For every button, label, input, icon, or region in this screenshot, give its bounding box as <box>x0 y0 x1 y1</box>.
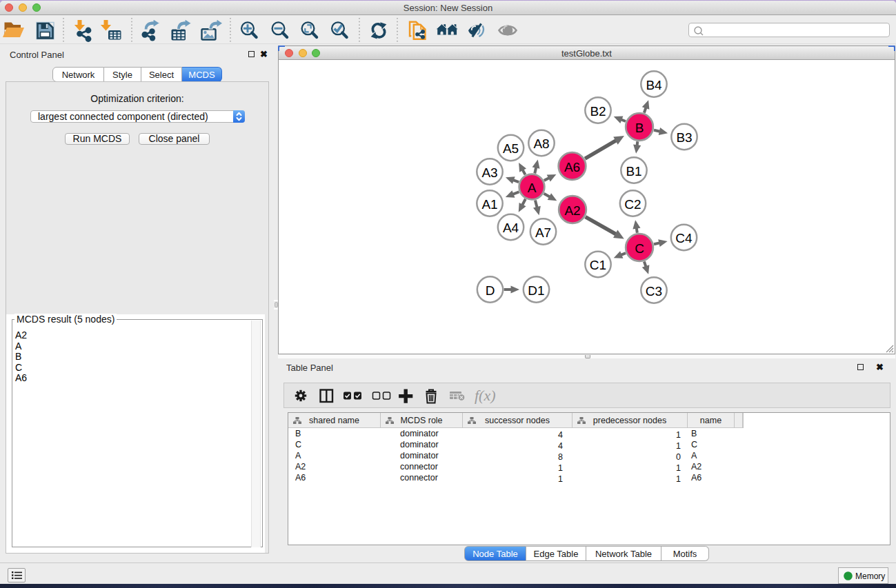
svg-text:B4: B4 <box>646 78 662 92</box>
svg-text:A1: A1 <box>481 197 497 212</box>
svg-text:D1: D1 <box>528 283 544 298</box>
svg-text:A2: A2 <box>564 203 580 218</box>
svg-text:D: D <box>486 283 495 298</box>
svg-text:A4: A4 <box>503 221 519 235</box>
svg-text:A: A <box>528 181 537 195</box>
svg-text:C4: C4 <box>675 231 693 245</box>
svg-text:A7: A7 <box>535 225 551 240</box>
svg-text:C1: C1 <box>590 258 606 272</box>
svg-text:A5: A5 <box>503 141 519 156</box>
svg-text:B: B <box>635 121 644 135</box>
svg-text:A3: A3 <box>481 165 497 180</box>
svg-text:C: C <box>635 241 644 256</box>
svg-text:B3: B3 <box>676 130 692 145</box>
svg-text:C2: C2 <box>624 197 641 212</box>
svg-text:f(x): f(x) <box>475 387 496 404</box>
svg-text:A6: A6 <box>564 160 580 174</box>
svg-text:B1: B1 <box>626 164 641 179</box>
svg-text:A8: A8 <box>533 136 549 151</box>
svg-text:C3: C3 <box>646 284 662 298</box>
svg-text:B2: B2 <box>590 104 606 119</box>
